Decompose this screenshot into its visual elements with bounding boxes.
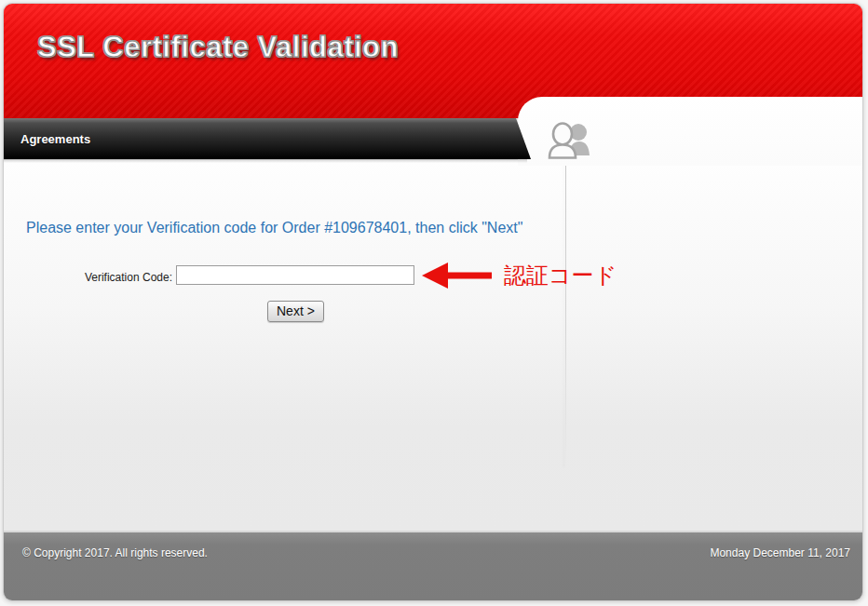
- page-card: SSL Certificate Validation Agreements Pl…: [3, 3, 863, 601]
- left-arrow-icon: [422, 262, 495, 290]
- content-area: [4, 160, 862, 531]
- footer-date: Monday December 11, 2017: [710, 546, 850, 559]
- content-column-divider: [565, 162, 566, 467]
- verification-code-label: Verification Code:: [4, 271, 172, 284]
- tab-agreements[interactable]: Agreements: [4, 118, 539, 159]
- users-icon[interactable]: [544, 121, 597, 164]
- instruction-text: Please enter your Verification code for …: [26, 218, 544, 238]
- next-button[interactable]: Next >: [267, 301, 324, 322]
- verification-code-input[interactable]: [176, 265, 414, 285]
- page-footer: © Copyright 2017. All rights reserved. M…: [4, 531, 862, 600]
- tab-agreements-label: Agreements: [4, 132, 90, 146]
- annotation-callout: 認証コード: [422, 261, 617, 290]
- copyright-text: © Copyright 2017. All rights reserved.: [22, 546, 208, 559]
- page-title: SSL Certificate Validation: [4, 4, 862, 64]
- annotation-text: 認証コード: [504, 261, 617, 290]
